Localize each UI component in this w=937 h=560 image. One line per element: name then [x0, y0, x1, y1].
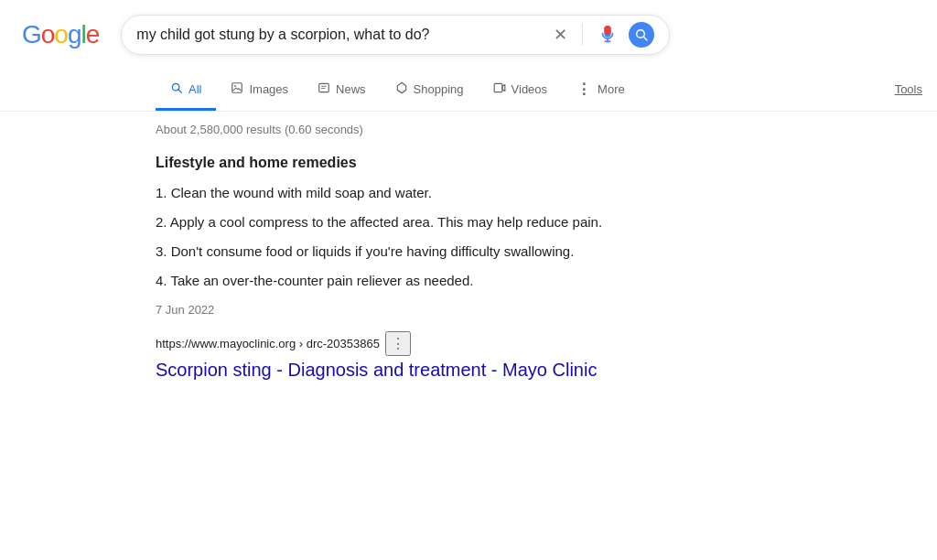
- voice-search-button[interactable]: [594, 21, 621, 48]
- results-count: About 2,580,000 results (0.60 seconds): [156, 123, 604, 136]
- search-bar-container: my child got stung by a scorpion, what t…: [121, 15, 670, 55]
- nav-news[interactable]: News: [303, 70, 381, 111]
- svg-point-7: [235, 85, 237, 87]
- featured-snippet: Lifestyle and home remedies 1. Clean the…: [156, 155, 604, 317]
- result-options-button[interactable]: ⋮: [385, 331, 411, 356]
- svg-line-3: [644, 37, 648, 40]
- header: Google my child got stung by a scorpion,…: [0, 0, 937, 55]
- search-bar[interactable]: my child got stung by a scorpion, what t…: [121, 15, 670, 55]
- search-nav: All Images News Shopping Videos ⋮ More T…: [0, 62, 937, 112]
- search-query-text: my child got stung by a scorpion, what t…: [136, 27, 543, 43]
- clear-button[interactable]: ✕: [550, 21, 571, 48]
- logo-text: Google: [22, 20, 99, 49]
- result-url: https://www.mayoclinic.org › drc-2035386…: [156, 337, 380, 350]
- shopping-nav-icon: [395, 81, 408, 97]
- logo-letter-o1: o: [41, 20, 55, 48]
- tools-button[interactable]: Tools: [880, 71, 937, 110]
- svg-line-5: [178, 90, 181, 92]
- videos-nav-icon: [493, 81, 506, 97]
- nav-images-label: Images: [249, 82, 288, 96]
- images-nav-icon: [231, 81, 243, 97]
- search-nav-icon: [170, 81, 183, 97]
- nav-all-label: All: [188, 82, 201, 96]
- list-item: 1. Clean the wound with mild soap and wa…: [156, 182, 604, 204]
- logo-letter-e: e: [86, 20, 100, 48]
- svg-rect-11: [494, 83, 502, 92]
- nav-shopping-label: Shopping: [414, 82, 464, 96]
- search-submit-button[interactable]: [629, 22, 654, 48]
- results-area: About 2,580,000 results (0.60 seconds) L…: [0, 112, 604, 382]
- logo-letter-g: G: [22, 20, 41, 48]
- search-divider: [582, 24, 583, 46]
- result-title-link[interactable]: Scorpion sting - Diagnosis and treatment…: [156, 360, 597, 380]
- search-icon: [634, 27, 649, 42]
- nav-all[interactable]: All: [156, 70, 216, 111]
- list-item: 2. Apply a cool compress to the affected…: [156, 211, 604, 233]
- featured-snippet-date: 7 Jun 2022: [156, 303, 604, 317]
- nav-videos-label: Videos: [512, 82, 548, 96]
- svg-rect-8: [319, 83, 329, 92]
- news-nav-icon: [318, 81, 330, 97]
- search-result-1: https://www.mayoclinic.org › drc-2035386…: [156, 331, 604, 382]
- clear-icon: ✕: [554, 25, 567, 45]
- google-logo[interactable]: Google: [22, 20, 99, 49]
- list-item: 4. Take an over-the-counter pain relieve…: [156, 270, 604, 292]
- logo-letter-g2: g: [68, 20, 81, 48]
- nav-shopping[interactable]: Shopping: [381, 70, 479, 111]
- nav-more-label: More: [598, 82, 625, 96]
- result-url-row: https://www.mayoclinic.org › drc-2035386…: [156, 331, 604, 356]
- nav-more[interactable]: ⋮ More: [562, 70, 640, 112]
- logo-letter-o2: o: [54, 20, 68, 48]
- microphone-icon: [598, 25, 618, 45]
- list-item: 3. Don't consume food or liquids if you'…: [156, 241, 604, 263]
- more-dots-icon: ⋮: [576, 81, 592, 98]
- featured-snippet-list: 1. Clean the wound with mild soap and wa…: [156, 182, 604, 292]
- nav-videos[interactable]: Videos: [479, 70, 563, 111]
- nav-news-label: News: [336, 82, 366, 96]
- featured-snippet-title: Lifestyle and home remedies: [156, 155, 604, 171]
- svg-rect-6: [232, 83, 242, 93]
- nav-images[interactable]: Images: [216, 70, 303, 111]
